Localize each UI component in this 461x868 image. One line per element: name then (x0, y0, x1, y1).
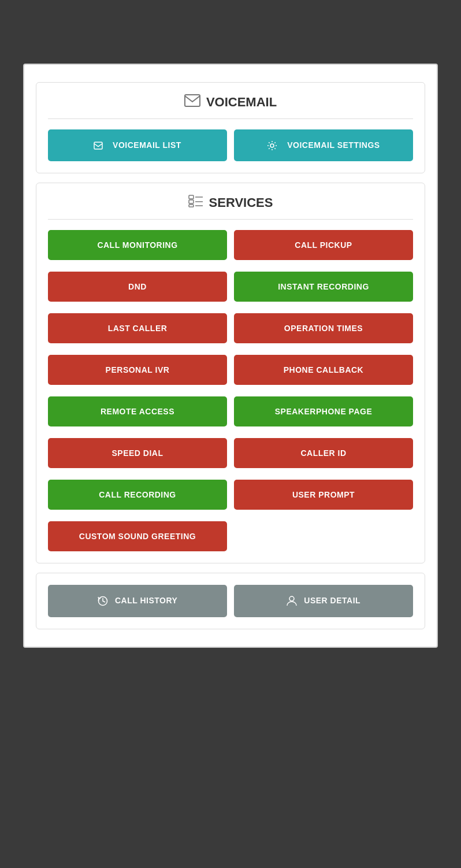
voicemail-list-icon (94, 140, 109, 150)
speed-dial-button[interactable]: SPEED DIAL (48, 438, 227, 468)
svg-rect-3 (189, 195, 194, 199)
voicemail-title-text: VOICEMAIL (206, 95, 277, 110)
call-monitoring-button[interactable]: CALL MONITORING (48, 230, 227, 260)
svg-rect-4 (189, 200, 194, 203)
user-detail-button[interactable]: USER DETAIL (234, 585, 413, 617)
call-pickup-button[interactable]: CALL PICKUP (234, 230, 413, 260)
call-history-label: CALL HISTORY (115, 596, 177, 605)
svg-rect-5 (189, 205, 194, 207)
call-history-button[interactable]: CALL HISTORY (48, 585, 227, 617)
operation-times-button[interactable]: OPERATION TIMES (234, 313, 413, 343)
voicemail-card: VOICEMAIL VOICEMAIL LIST (36, 82, 425, 173)
call-history-icon (98, 596, 110, 605)
voicemail-settings-label: VOICEMAIL SETTINGS (287, 140, 380, 150)
call-recording-button[interactable]: CALL RECORDING (48, 480, 227, 510)
services-row-7: CALL RECORDING USER PROMPT (48, 480, 413, 510)
voicemail-title: VOICEMAIL (48, 94, 413, 119)
last-caller-button[interactable]: LAST CALLER (48, 313, 227, 343)
services-row-2: DND INSTANT RECORDING (48, 272, 413, 302)
user-detail-icon (287, 595, 299, 604)
services-row-1: CALL MONITORING CALL PICKUP (48, 230, 413, 260)
voicemail-settings-button[interactable]: VOICEMAIL SETTINGS (234, 129, 413, 161)
instant-recording-button[interactable]: INSTANT RECORDING (234, 272, 413, 302)
voicemail-list-button[interactable]: VOICEMAIL LIST (48, 129, 227, 161)
user-prompt-button[interactable]: USER PROMPT (234, 480, 413, 510)
svg-point-10 (289, 596, 294, 601)
services-row-8: CUSTOM SOUND GREETING (48, 521, 413, 551)
speakerphone-page-button[interactable]: SPEAKERPHONE PAGE (234, 396, 413, 426)
services-title: SERVICES (48, 195, 413, 220)
services-title-text: SERVICES (209, 195, 273, 210)
personal-ivr-button[interactable]: PERSONAL IVR (48, 355, 227, 385)
bottom-card: CALL HISTORY USER DETAIL (36, 573, 425, 629)
bottom-buttons: CALL HISTORY USER DETAIL (48, 585, 413, 617)
caller-id-button[interactable]: CALLER ID (234, 438, 413, 468)
svg-point-2 (270, 144, 274, 147)
voicemail-buttons: VOICEMAIL LIST VOICEMAIL SETTINGS (48, 129, 413, 161)
services-grid: CALL MONITORING CALL PICKUP DND INSTANT … (48, 230, 413, 551)
svg-rect-1 (94, 142, 102, 149)
user-detail-label: USER DETAIL (304, 595, 360, 604)
services-row-6: SPEED DIAL CALLER ID (48, 438, 413, 468)
phone-callback-button[interactable]: PHONE CALLBACK (234, 355, 413, 385)
services-icon (188, 195, 203, 211)
voicemail-icon (184, 94, 200, 110)
remote-access-button[interactable]: REMOTE ACCESS (48, 396, 227, 426)
svg-rect-0 (185, 95, 200, 106)
services-row-3: LAST CALLER OPERATION TIMES (48, 313, 413, 343)
services-row-4: PERSONAL IVR PHONE CALLBACK (48, 355, 413, 385)
voicemail-list-label: VOICEMAIL LIST (113, 140, 181, 150)
voicemail-settings-icon (267, 140, 284, 150)
main-container: VOICEMAIL VOICEMAIL LIST (23, 64, 438, 648)
custom-sound-greeting-button[interactable]: CUSTOM SOUND GREETING (48, 521, 227, 551)
services-row-5: REMOTE ACCESS SPEAKERPHONE PAGE (48, 396, 413, 426)
services-card: SERVICES CALL MONITORING CALL PICKUP DND… (36, 183, 425, 563)
dnd-button[interactable]: DND (48, 272, 227, 302)
